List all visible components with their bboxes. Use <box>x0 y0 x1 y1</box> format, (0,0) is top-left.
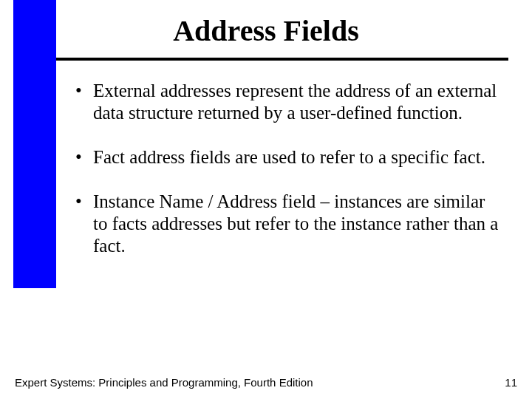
slide-footer: Expert Systems: Principles and Programmi… <box>15 376 517 389</box>
bullet-item: Fact address fields are used to refer to… <box>74 146 499 168</box>
body-content: External addresses represent the address… <box>74 80 499 279</box>
slide-title: Address Fields <box>0 13 532 48</box>
page-number: 11 <box>505 376 517 389</box>
footer-source: Expert Systems: Principles and Programmi… <box>15 376 313 389</box>
title-underline <box>56 58 508 61</box>
bullet-item: External addresses represent the address… <box>74 80 499 124</box>
bullet-item: Instance Name / Address field – instance… <box>74 191 499 257</box>
